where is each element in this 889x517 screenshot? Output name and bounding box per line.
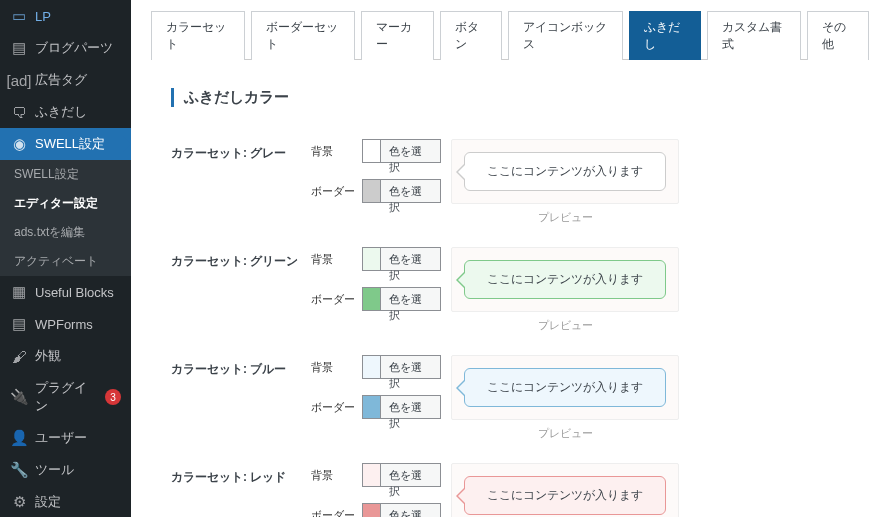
preview-column: ここにコンテンツが入りますプレビュー [451,247,679,333]
submenu-item[interactable]: SWELL設定 [0,160,131,189]
menu-icon: 🔌 [10,388,28,406]
row-label: カラーセット: グリーン [171,247,311,270]
tab[interactable]: ボーダーセット [251,11,355,60]
tab[interactable]: カラーセット [151,11,245,60]
color-swatch[interactable] [362,395,382,419]
menu-icon: ◉ [10,135,28,153]
preview-box: ここにコンテンツが入ります [451,355,679,420]
sidebar-item[interactable]: ⚙設定 [0,486,131,517]
pick-color-button[interactable]: 色を選択 [381,247,441,271]
speech-bubble: ここにコンテンツが入ります [464,368,666,407]
pick-color-button[interactable]: 色を選択 [381,503,441,517]
pick-color-button[interactable]: 色を選択 [381,139,441,163]
submenu-item[interactable]: ads.txtを編集 [0,218,131,247]
sidebar-item[interactable]: ◉SWELL設定 [0,128,131,160]
preview-column: ここにコンテンツが入りますプレビュー [451,463,679,517]
color-swatch[interactable] [362,287,382,311]
preview-box: ここにコンテンツが入ります [451,139,679,204]
menu-label: 外観 [35,347,61,365]
tab[interactable]: マーカー [361,11,434,60]
menu-icon: ▤ [10,315,28,333]
border-control: ボーダー色を選択 [311,179,441,203]
menu-label: 広告タグ [35,71,87,89]
tab[interactable]: その他 [807,11,869,60]
speech-bubble: ここにコンテンツが入ります [464,260,666,299]
sidebar-item[interactable]: 🔌プラグイン3 [0,372,131,422]
sidebar-item[interactable]: ▤ブログパーツ [0,32,131,64]
pick-color-button[interactable]: 色を選択 [381,179,441,203]
admin-sidebar: ▭LP▤ブログパーツ[ad]広告タグ🗨ふきだし◉SWELL設定 SWELL設定エ… [0,0,131,517]
sidebar-item[interactable]: ▭LP [0,0,131,32]
control-label: ボーダー [311,400,362,415]
speech-bubble: ここにコンテンツが入ります [464,152,666,191]
color-swatch[interactable] [362,355,382,379]
row-label: カラーセット: ブルー [171,355,311,378]
menu-label: プラグイン [35,379,94,415]
sidebar-item[interactable]: ▤WPForms [0,308,131,340]
control-label: ボーダー [311,508,362,518]
submenu-item[interactable]: アクティベート [0,247,131,276]
preview-label: プレビュー [451,426,679,441]
menu-label: ふきだし [35,103,87,121]
menu-label: LP [35,9,51,24]
color-swatch[interactable] [362,247,382,271]
menu-label: SWELL設定 [35,135,105,153]
control-label: 背景 [311,360,362,375]
menu-icon: 👤 [10,429,28,447]
border-control: ボーダー色を選択 [311,287,441,311]
row-label: カラーセット: レッド [171,463,311,486]
pick-color-button[interactable]: 色を選択 [381,463,441,487]
color-swatch[interactable] [362,463,382,487]
preview-label: プレビュー [451,210,679,225]
menu-icon: 🔧 [10,461,28,479]
preview-column: ここにコンテンツが入りますプレビュー [451,139,679,225]
pick-color-button[interactable]: 色を選択 [381,395,441,419]
menu-icon: ▤ [10,39,28,57]
sidebar-item[interactable]: 👤ユーザー [0,422,131,454]
sidebar-item[interactable]: ▦Useful Blocks [0,276,131,308]
tab[interactable]: アイコンボックス [508,11,623,60]
preview-box: ここにコンテンツが入ります [451,463,679,517]
pick-color-button[interactable]: 色を選択 [381,287,441,311]
menu-icon: [ad] [10,71,28,89]
menu-icon: ▦ [10,283,28,301]
sidebar-item[interactable]: 🔧ツール [0,454,131,486]
tab[interactable]: カスタム書式 [707,11,801,60]
menu-label: ユーザー [35,429,87,447]
preview-column: ここにコンテンツが入りますプレビュー [451,355,679,441]
color-swatch[interactable] [362,139,382,163]
speech-bubble: ここにコンテンツが入ります [464,476,666,515]
sidebar-item[interactable]: 🗨ふきだし [0,96,131,128]
submenu-item[interactable]: エディター設定 [0,189,131,218]
sidebar-item[interactable]: [ad]広告タグ [0,64,131,96]
settings-tabs: カラーセットボーダーセットマーカーボタンアイコンボックスふきだしカスタム書式その… [151,10,869,60]
bg-control: 背景色を選択 [311,463,441,487]
row-label: カラーセット: グレー [171,139,311,162]
menu-icon: ▭ [10,7,28,25]
color-swatch[interactable] [362,179,382,203]
menu-label: Useful Blocks [35,285,114,300]
tab[interactable]: ボタン [440,11,502,60]
section-title: ふきだしカラー [171,88,869,107]
main-content: カラーセットボーダーセットマーカーボタンアイコンボックスふきだしカスタム書式その… [131,0,889,517]
menu-label: WPForms [35,317,93,332]
control-label: ボーダー [311,184,362,199]
update-badge: 3 [105,389,121,405]
color-row: カラーセット: ブルー背景色を選択ボーダー色を選択ここにコンテンツが入りますプレ… [151,351,869,459]
menu-icon: 🗨 [10,103,28,121]
menu-label: 設定 [35,493,61,511]
border-control: ボーダー色を選択 [311,395,441,419]
pick-color-button[interactable]: 色を選択 [381,355,441,379]
border-control: ボーダー色を選択 [311,503,441,517]
tab[interactable]: ふきだし [629,11,702,60]
menu-icon: 🖌 [10,347,28,365]
menu-icon: ⚙ [10,493,28,511]
bg-control: 背景色を選択 [311,247,441,271]
bg-control: 背景色を選択 [311,139,441,163]
color-row: カラーセット: グリーン背景色を選択ボーダー色を選択ここにコンテンツが入りますプ… [151,243,869,351]
control-label: ボーダー [311,292,362,307]
control-label: 背景 [311,252,362,267]
sidebar-item[interactable]: 🖌外観 [0,340,131,372]
preview-box: ここにコンテンツが入ります [451,247,679,312]
color-swatch[interactable] [362,503,382,517]
